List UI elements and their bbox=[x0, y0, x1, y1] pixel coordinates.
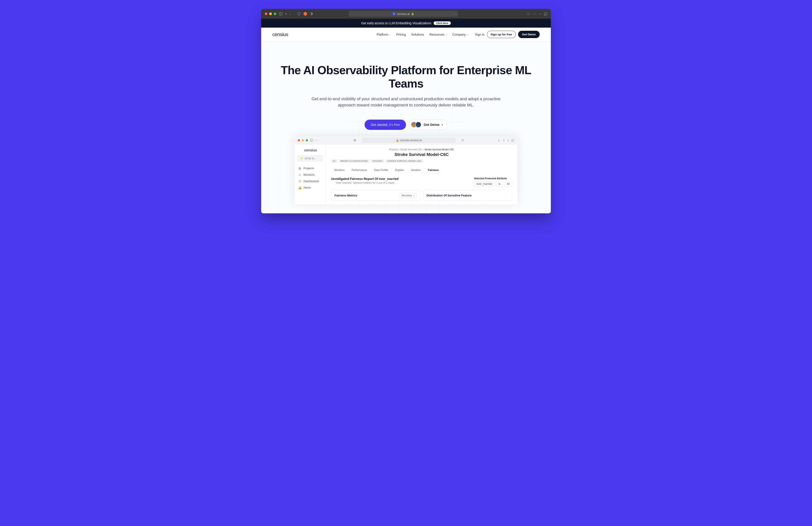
maximize-window-button[interactable] bbox=[306, 139, 308, 141]
tab-data-profile[interactable]: Data Profile bbox=[371, 167, 391, 174]
signup-button[interactable]: Sign up for free bbox=[487, 31, 516, 38]
get-demo-secondary-button[interactable]: Get Demo › bbox=[409, 120, 447, 130]
announcement-cta[interactable]: Click Here bbox=[434, 21, 451, 25]
tab-monitors[interactable]: Monitors bbox=[331, 167, 348, 174]
privacy-shield-icon[interactable] bbox=[353, 139, 356, 141]
model-title: Stroke Survival Model-C6C bbox=[331, 152, 512, 157]
grid-icon: ▦ bbox=[298, 167, 301, 170]
sidebar-item-monitors[interactable]: ⊙ Monitors bbox=[297, 171, 323, 178]
jump-to-input[interactable]: ⚡ Jump to... bbox=[297, 155, 323, 162]
tag-group: V1 BINARY CLASSIFICATION STAGING STROKE … bbox=[331, 159, 512, 163]
tab-fairness[interactable]: Fairness bbox=[425, 167, 442, 174]
minimize-window-button[interactable] bbox=[269, 13, 272, 15]
site-logo[interactable]: censius bbox=[272, 32, 288, 37]
close-window-button[interactable] bbox=[265, 13, 267, 15]
plus-icon[interactable]: + bbox=[507, 138, 509, 142]
hero-cta-group: Get started, it's free Get Demo › bbox=[272, 120, 540, 130]
nav-resources[interactable]: Resources⌄ bbox=[430, 33, 447, 36]
bookmark-icon[interactable]: ☆ bbox=[533, 12, 536, 16]
get-demo-button[interactable]: Get Demo bbox=[518, 31, 540, 38]
report-title: Unmitigated Fairness Report Of ever_marr… bbox=[331, 177, 398, 181]
hero-subtitle: Get end-to-end visibility of your struct… bbox=[311, 96, 501, 108]
chevron-down-icon: ⌄ bbox=[389, 33, 391, 36]
dashboard-sidebar: censius ⚡ Jump to... ▦ Projects ⊙ Monito… bbox=[294, 145, 326, 205]
dashboard-main: Projects › Stroke Survival-C6C › Stroke … bbox=[326, 145, 518, 205]
forward-icon[interactable]: › bbox=[294, 12, 295, 16]
tab-iteration[interactable]: Iteration bbox=[408, 167, 424, 174]
nav-platform[interactable]: Platform⌄ bbox=[377, 33, 391, 36]
sidebar-toggle-icon[interactable] bbox=[279, 12, 282, 15]
close-window-button[interactable] bbox=[298, 139, 300, 141]
dashboard-preview: ‹ › 🔒 console.censius.ai ⟳ ⤓ ⇪ + bbox=[294, 136, 518, 205]
get-started-button[interactable]: Get started, it's free bbox=[365, 120, 406, 130]
report-subtitle: "ever married" fairness metrics for 2 ou… bbox=[331, 181, 398, 184]
lock-icon: 🔒 bbox=[396, 139, 399, 142]
tag: V1 bbox=[331, 159, 337, 163]
traffic-lights bbox=[298, 139, 308, 141]
fairness-metrics-card: Fairness Metrics Accuracy ⌄ bbox=[331, 190, 420, 201]
sidebar-item-dashboards[interactable]: ◔ Dashboards bbox=[297, 178, 323, 184]
traffic-lights bbox=[265, 13, 276, 15]
shield-icon[interactable] bbox=[297, 12, 301, 16]
avatar bbox=[415, 122, 421, 128]
site-favicon: C bbox=[392, 12, 395, 15]
main-navigation: censius Platform⌄ Pricing Solutions Reso… bbox=[261, 28, 551, 42]
refresh-icon[interactable]: ⟳ bbox=[462, 138, 464, 142]
forward-icon[interactable]: › bbox=[319, 138, 320, 142]
svg-rect-3 bbox=[545, 13, 547, 15]
svg-rect-7 bbox=[512, 139, 514, 141]
distribution-card: Distribution Of Sensitive Feature bbox=[423, 190, 512, 201]
extension-icon[interactable] bbox=[304, 12, 307, 16]
attribute-chip[interactable]: All bbox=[504, 181, 512, 187]
sidebar-item-projects[interactable]: ▦ Projects bbox=[297, 165, 323, 171]
nav-company[interactable]: Company⌄ bbox=[452, 33, 468, 36]
tabs-icon[interactable] bbox=[544, 12, 547, 16]
svg-rect-4 bbox=[310, 139, 313, 141]
chevron-down-icon: ⌄ bbox=[467, 33, 468, 36]
avatar-group bbox=[411, 122, 421, 128]
nav-solutions[interactable]: Solutions bbox=[411, 33, 424, 36]
nav-actions: Sign in Sign up for free Get Demo bbox=[475, 31, 540, 38]
info-icon[interactable]: ⓘ bbox=[527, 12, 530, 16]
tag: STAGING bbox=[371, 159, 384, 163]
privacy-shield-icon[interactable] bbox=[310, 12, 313, 15]
breadcrumb-item[interactable]: Projects bbox=[389, 148, 398, 151]
tab-explain[interactable]: Explain bbox=[392, 167, 407, 174]
tabs-icon[interactable] bbox=[511, 139, 514, 142]
attribute-chip[interactable]: ever_married bbox=[474, 181, 495, 187]
minimize-window-button[interactable] bbox=[302, 139, 304, 141]
dashboard-address-bar[interactable]: 🔒 console.censius.ai bbox=[362, 138, 455, 143]
plus-icon[interactable]: + bbox=[539, 12, 541, 16]
share-icon[interactable]: ⇪ bbox=[503, 138, 505, 142]
breadcrumb-item[interactable]: Stroke Survival-C6C bbox=[400, 148, 422, 151]
tab-bar: Monitors Performance Data Profile Explai… bbox=[331, 167, 512, 174]
tag: BINARY CLASSIFICATION bbox=[339, 159, 369, 163]
bell-icon: 🔔 bbox=[298, 186, 301, 189]
signin-link[interactable]: Sign in bbox=[475, 33, 485, 36]
tag: STROKE SURVIVAL MODEL-C6C bbox=[386, 159, 423, 163]
card-title: Distribution Of Sensitive Feature bbox=[426, 194, 472, 197]
chevron-down-icon: ⌄ bbox=[445, 33, 447, 36]
announcement-text: Get early access to LLM Embedding Visual… bbox=[361, 21, 431, 25]
sidebar-item-alerts[interactable]: 🔔 Alerts bbox=[297, 184, 323, 191]
back-icon[interactable]: ‹ bbox=[316, 138, 317, 142]
breadcrumb-current: Stroke Survival Model-C6C bbox=[424, 148, 454, 151]
address-bar[interactable]: C censius.ai 🔒 ⋯ bbox=[349, 11, 458, 17]
chevron-down-icon[interactable]: ▾ bbox=[285, 12, 287, 16]
nav-pricing[interactable]: Pricing bbox=[396, 33, 406, 36]
attribute-chip[interactable]: is bbox=[496, 181, 503, 187]
maximize-window-button[interactable] bbox=[274, 13, 276, 15]
browser-window: ▾ ‹ › C censius.ai 🔒 ⋯ ⓘ ☆ + Get ea bbox=[261, 9, 551, 213]
page-body: Get early access to LLM Embedding Visual… bbox=[261, 19, 551, 213]
sidebar-toggle-icon[interactable] bbox=[310, 139, 313, 141]
more-icon[interactable]: ⋯ bbox=[453, 12, 456, 16]
accuracy-dropdown[interactable]: Accuracy ⌄ bbox=[400, 193, 417, 198]
chevron-right-icon: › bbox=[442, 123, 443, 126]
nav-links: Platform⌄ Pricing Solutions Resources⌄ C… bbox=[377, 33, 468, 36]
download-icon[interactable]: ⤓ bbox=[497, 138, 500, 142]
metric-cards: Fairness Metrics Accuracy ⌄ Distribution… bbox=[331, 190, 512, 201]
breadcrumb: Projects › Stroke Survival-C6C › Stroke … bbox=[331, 148, 512, 151]
back-icon[interactable]: ‹ bbox=[289, 12, 291, 16]
dashboard-logo[interactable]: censius bbox=[297, 148, 323, 152]
tab-performance[interactable]: Performance bbox=[348, 167, 370, 174]
